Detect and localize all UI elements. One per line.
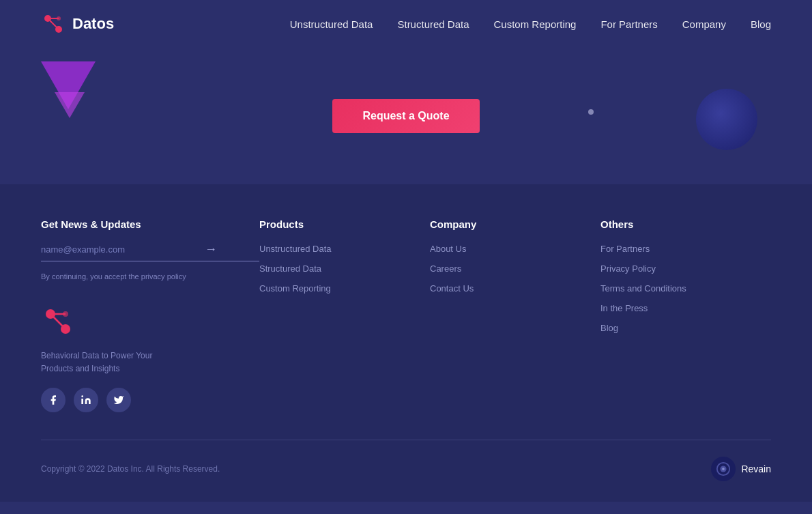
hero-circle-decoration [696, 89, 757, 150]
newsletter-email-input[interactable] [41, 244, 198, 255]
footer-link-contact-us[interactable]: Contact Us [430, 283, 600, 294]
linkedin-icon[interactable] [74, 388, 98, 412]
nav-blog[interactable]: Blog [751, 18, 771, 30]
footer-link-for-partners[interactable]: For Partners [600, 244, 771, 254]
newsletter-title: Get News & Updates [41, 218, 259, 230]
revain-logo-icon [716, 461, 731, 476]
navbar: Datos Unstructured Data Structured Data … [0, 0, 812, 48]
footer-logo-icon [41, 304, 75, 339]
footer-top: Get News & Updates → By continuing, you … [41, 218, 771, 440]
facebook-icon[interactable] [41, 388, 66, 412]
brand-logo-icon [41, 12, 66, 36]
others-col-title: Others [600, 218, 771, 230]
nav-links: Unstructured Data Structured Data Custom… [290, 18, 771, 30]
footer-link-in-the-press[interactable]: In the Press [600, 303, 771, 313]
nav-unstructured-data[interactable]: Unstructured Data [290, 18, 373, 30]
products-col-title: Products [259, 218, 430, 230]
svg-point-13 [723, 468, 725, 470]
footer-link-custom-reporting[interactable]: Custom Reporting [259, 283, 430, 294]
footer-tagline: Behavioral Data to Power Your Products a… [41, 349, 177, 375]
nav-structured-data[interactable]: Structured Data [397, 18, 469, 30]
revain-icon [711, 457, 736, 481]
copyright-text: Copyright © 2022 Datos Inc. All Rights R… [41, 464, 220, 474]
brand-name: Datos [72, 15, 114, 33]
nav-custom-reporting[interactable]: Custom Reporting [494, 18, 577, 30]
hero-dot-decoration [588, 109, 594, 115]
footer-link-blog[interactable]: Blog [600, 323, 771, 333]
brand[interactable]: Datos [41, 12, 114, 36]
newsletter-disclaimer: By continuing, you accept the privacy po… [41, 271, 259, 283]
footer-newsletter-col: Get News & Updates → By continuing, you … [41, 218, 259, 412]
footer-others-col: Others For Partners Privacy Policy Terms… [600, 218, 771, 412]
hero-section: Request a Quote [0, 48, 812, 184]
nav-for-partners[interactable]: For Partners [600, 18, 657, 30]
newsletter-submit-arrow[interactable]: → [205, 242, 217, 257]
company-col-title: Company [430, 218, 600, 230]
footer-company-col: Company About Us Careers Contact Us [430, 218, 600, 412]
footer-link-unstructured-data[interactable]: Unstructured Data [259, 244, 430, 254]
nav-company[interactable]: Company [682, 18, 726, 30]
footer-link-about-us[interactable]: About Us [430, 244, 600, 254]
revain-badge[interactable]: Revain [711, 457, 771, 481]
footer: Get News & Updates → By continuing, you … [0, 184, 812, 502]
footer-products-col: Products Unstructured Data Structured Da… [259, 218, 430, 412]
svg-point-10 [81, 395, 83, 397]
footer-link-privacy-policy[interactable]: Privacy Policy [600, 263, 771, 274]
twitter-icon[interactable] [106, 388, 131, 412]
request-quote-button[interactable]: Request a Quote [332, 99, 479, 133]
svg-line-3 [48, 18, 59, 29]
footer-link-structured-data[interactable]: Structured Data [259, 263, 430, 274]
hero-triangle-small-decoration [55, 92, 85, 118]
footer-link-careers[interactable]: Careers [430, 263, 600, 274]
footer-brand-logo[interactable] [41, 304, 259, 341]
newsletter-form: → [41, 242, 259, 261]
footer-bottom: Copyright © 2022 Datos Inc. All Rights R… [41, 440, 771, 481]
footer-link-terms-conditions[interactable]: Terms and Conditions [600, 283, 771, 294]
revain-label: Revain [741, 463, 771, 474]
svg-line-8 [50, 314, 66, 329]
social-icons [41, 388, 259, 412]
